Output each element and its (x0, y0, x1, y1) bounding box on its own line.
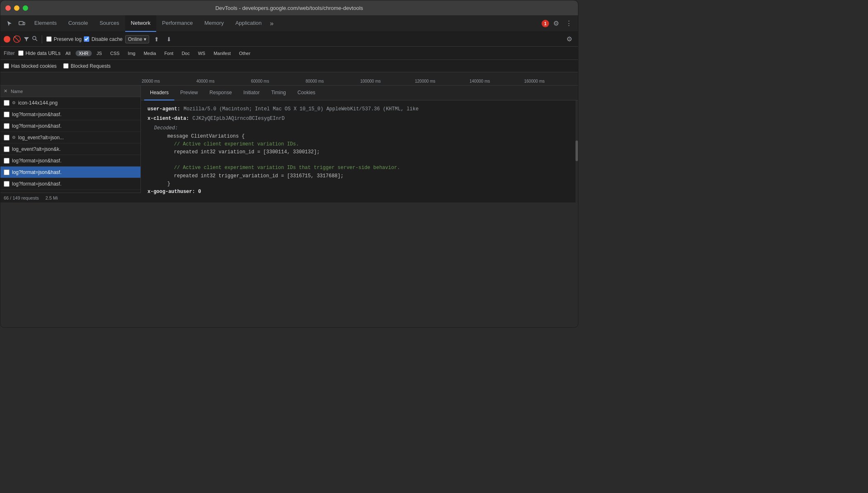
blocked-requests-checkbox[interactable] (63, 63, 69, 69)
filter-all[interactable]: All (62, 50, 74, 56)
tab-headers[interactable]: Headers (144, 86, 174, 100)
tab-cookies[interactable]: Cookies (292, 86, 321, 100)
request-item[interactable]: log_event?alt=json&k. (0, 143, 140, 155)
has-blocked-cookies-checkbox[interactable] (4, 63, 9, 69)
filter-doc[interactable]: Doc (178, 50, 193, 56)
hide-data-urls-checkbox[interactable] (18, 50, 24, 56)
error-badge: 1 (542, 20, 549, 27)
blocked-requests-label[interactable]: Blocked Requests (63, 63, 111, 69)
user-agent-row: user-agent: Mozilla/5.0 (Macintosh; Inte… (147, 105, 571, 113)
tab-preview[interactable]: Preview (174, 86, 204, 100)
tab-memory[interactable]: Memory (199, 15, 230, 32)
network-settings-button[interactable]: ⚙ (564, 33, 575, 45)
request-name: log_event?alt=json&k. (12, 146, 137, 152)
proto-block: message ClientVariations { // Active cli… (154, 133, 571, 188)
request-checkbox[interactable] (4, 146, 10, 152)
filter-manifest[interactable]: Manifest (210, 50, 234, 56)
disable-cache-checkbox[interactable] (84, 36, 89, 42)
request-checkbox[interactable] (4, 135, 10, 141)
request-name: icon-144x144.png (18, 100, 137, 106)
export-button[interactable]: ⬇ (164, 34, 174, 44)
gear-icon: ⚙ (12, 135, 16, 140)
filter-media[interactable]: Media (140, 50, 159, 56)
filter-font[interactable]: Font (161, 50, 177, 56)
search-button[interactable] (32, 36, 38, 43)
request-list[interactable]: ⚙ icon-144x144.png log?format=json&hasf.… (0, 97, 140, 202)
close-button[interactable] (5, 5, 11, 11)
tab-application[interactable]: Application (230, 15, 268, 32)
has-blocked-cookies-label[interactable]: Has blocked cookies (4, 63, 57, 69)
gear-icon: ⚙ (12, 100, 16, 105)
toolbar-right: 1 ⚙ ⋮ (542, 18, 575, 29)
repeated2: repeated int32 trigger_variation_id = [3… (161, 172, 571, 180)
tab-sources[interactable]: Sources (94, 15, 125, 32)
filter-tags: Hide data URLs All XHR JS CSS Img Media … (18, 50, 575, 56)
cursor-icon-button[interactable] (4, 19, 15, 29)
svg-rect-0 (19, 21, 23, 25)
import-button[interactable]: ⬆ (152, 34, 162, 44)
name-column-header: Name (11, 89, 137, 94)
request-checkbox[interactable] (4, 123, 10, 129)
tab-response[interactable]: Response (204, 86, 238, 100)
request-item[interactable]: log?format=json&hasf. (0, 109, 140, 120)
request-item[interactable]: log?format=json&hasf. (0, 120, 140, 132)
maximize-button[interactable] (23, 5, 28, 11)
close-panel-button[interactable]: ✕ (4, 88, 7, 94)
detail-tabs: Headers Preview Response Initiator Timin… (141, 86, 578, 100)
detail-content[interactable]: user-agent: Mozilla/5.0 (Macintosh; Inte… (141, 100, 578, 202)
request-checkbox[interactable] (4, 181, 10, 187)
user-agent-value: Mozilla/5.0 (Macintosh; Intel Mac OS X 1… (183, 105, 419, 113)
request-item[interactable]: log?format=json&hasf. (0, 178, 140, 190)
svg-rect-1 (23, 22, 25, 25)
filter-img[interactable]: Img (124, 50, 138, 56)
request-item[interactable]: ⚙ icon-144x144.png (0, 97, 140, 109)
chevron-down-icon: ▾ (144, 36, 146, 42)
blocked-bar: Has blocked cookies Blocked Requests (0, 60, 578, 72)
request-checkbox[interactable] (4, 158, 10, 164)
request-item[interactable]: log?format=json&hasf. (0, 155, 140, 167)
tab-timing[interactable]: Timing (265, 86, 292, 100)
stop-button[interactable]: 🚫 (13, 35, 21, 43)
request-checkbox[interactable] (4, 100, 10, 106)
filter-ws[interactable]: WS (195, 50, 209, 56)
request-name: log?format=json&hasf. (12, 181, 137, 187)
tab-elements[interactable]: Elements (29, 15, 62, 32)
settings-button[interactable]: ⚙ (551, 18, 561, 29)
scrollbar-thumb[interactable] (575, 141, 578, 161)
request-checkbox[interactable] (4, 112, 10, 117)
x-client-data-value: CJK2yQEIpLbJAQirncoBCIesygEInrD (193, 115, 285, 123)
throttle-selector[interactable]: Online ▾ (125, 35, 150, 43)
filter-button[interactable] (24, 36, 29, 42)
request-item-selected[interactable]: log?format=json&hasf. (0, 167, 140, 178)
tick-3: 60000 ms (250, 79, 305, 83)
requests-count: 66 / 149 requests (4, 195, 39, 200)
svg-point-2 (33, 36, 36, 40)
more-options-button[interactable]: ⋮ (563, 18, 575, 29)
device-toggle-button[interactable] (16, 19, 28, 29)
tick-7: 140000 ms (469, 79, 523, 83)
network-toolbar: 🚫 Preserve log Disable cache Online ▾ ⬆ … (0, 32, 578, 47)
tab-console[interactable]: Console (62, 15, 94, 32)
preserve-log-label[interactable]: Preserve log (46, 36, 81, 42)
filter-css[interactable]: CSS (107, 50, 123, 56)
filter-other[interactable]: Other (236, 50, 254, 56)
decoded-label: Decoded: (154, 124, 571, 132)
filter-js[interactable]: JS (93, 50, 105, 56)
tab-initiator[interactable]: Initiator (238, 86, 265, 100)
tab-performance[interactable]: Performance (156, 15, 198, 32)
request-name: log?format=json&hasf. (12, 169, 137, 175)
tab-network[interactable]: Network (125, 15, 157, 32)
detail-scrollbar[interactable] (575, 100, 578, 202)
filter-xhr[interactable]: XHR (76, 50, 92, 56)
minimize-button[interactable] (14, 5, 19, 11)
disable-cache-label[interactable]: Disable cache (84, 36, 122, 42)
detail-panel: Headers Preview Response Initiator Timin… (141, 86, 578, 202)
tick-4: 80000 ms (305, 79, 359, 83)
preserve-log-checkbox[interactable] (46, 36, 52, 42)
split-container: ✕ Name ⚙ icon-144x144.png log?format=jso… (0, 86, 578, 202)
record-button[interactable] (4, 36, 10, 43)
hide-data-urls-label[interactable]: Hide data URLs (18, 50, 61, 56)
more-tabs-button[interactable]: » (267, 18, 276, 29)
request-item[interactable]: ⚙ log_event?alt=json... (0, 132, 140, 143)
request-checkbox[interactable] (4, 169, 10, 175)
